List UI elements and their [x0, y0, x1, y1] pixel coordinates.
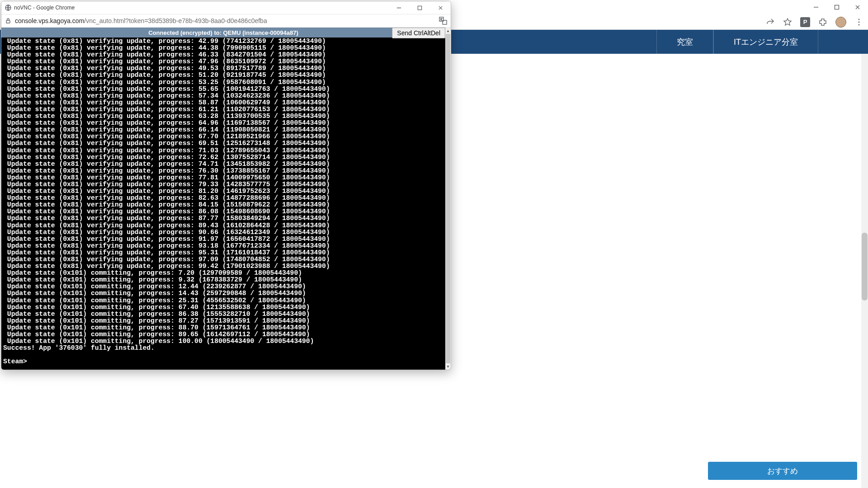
nav-item-lab[interactable]: 究室 [656, 30, 713, 54]
nav-item-engineer[interactable]: ITエンジニア分室 [713, 30, 818, 54]
svg-point-3 [859, 24, 860, 25]
popup-titlebar[interactable]: noVNC - Google Chrome [1, 1, 451, 14]
url-path: /vnc_auto.html?token=38d5389b-e78b-493b-… [84, 17, 267, 24]
page-scrollbar-thumb[interactable] [862, 233, 868, 300]
popup-address-bar[interactable]: console.vps.kagoya.com/vnc_auto.html?tok… [1, 14, 451, 28]
profile-avatar[interactable] [835, 17, 846, 28]
vnc-canvas-area: Connected (encrypted) to: QEMU (instance… [1, 28, 451, 370]
svg-rect-5 [418, 6, 421, 9]
minimize-icon[interactable] [806, 0, 826, 14]
svg-rect-6 [6, 20, 10, 23]
url-host: console.vps.kagoya.com [15, 17, 84, 24]
extensions-puzzle-icon[interactable] [818, 18, 827, 27]
scroll-down-icon[interactable]: ▼ [445, 363, 451, 370]
popup-window: noVNC - Google Chrome console.vps.kagoya… [1, 1, 451, 370]
popup-url: console.vps.kagoya.com/vnc_auto.html?tok… [15, 17, 267, 24]
lock-icon [5, 18, 11, 24]
scroll-up-icon[interactable]: ▲ [445, 28, 451, 34]
translate-icon[interactable] [439, 17, 447, 25]
recommend-button[interactable]: おすすめ [708, 462, 857, 480]
vnc-status-bar: Connected (encrypted) to: QEMU (instance… [1, 28, 445, 38]
terminal-output[interactable]: Update state (0x81) verifying update, pr… [1, 38, 445, 370]
extension-p-badge[interactable]: P [800, 17, 810, 27]
popup-maximize-icon[interactable] [409, 1, 430, 14]
svg-point-1 [859, 19, 860, 20]
kebab-menu-icon[interactable] [854, 18, 863, 27]
page-scrollbar[interactable] [861, 54, 868, 488]
share-icon[interactable] [766, 18, 775, 27]
vnc-scrollbar[interactable]: ▲ ▼ [445, 28, 451, 370]
svg-rect-0 [835, 5, 839, 9]
popup-title: noVNC - Google Chrome [14, 5, 75, 11]
globe-icon [5, 5, 11, 11]
vnc-scrollbar-thumb[interactable] [446, 34, 450, 363]
popup-minimize-icon[interactable] [388, 1, 409, 14]
close-icon[interactable] [847, 0, 868, 14]
svg-point-2 [859, 21, 860, 23]
maximize-icon[interactable] [826, 0, 847, 14]
popup-close-icon[interactable] [430, 1, 451, 14]
send-ctrlaltdel-button[interactable]: Send CtrlAltDel [392, 28, 445, 38]
bookmark-star-icon[interactable] [783, 18, 792, 27]
